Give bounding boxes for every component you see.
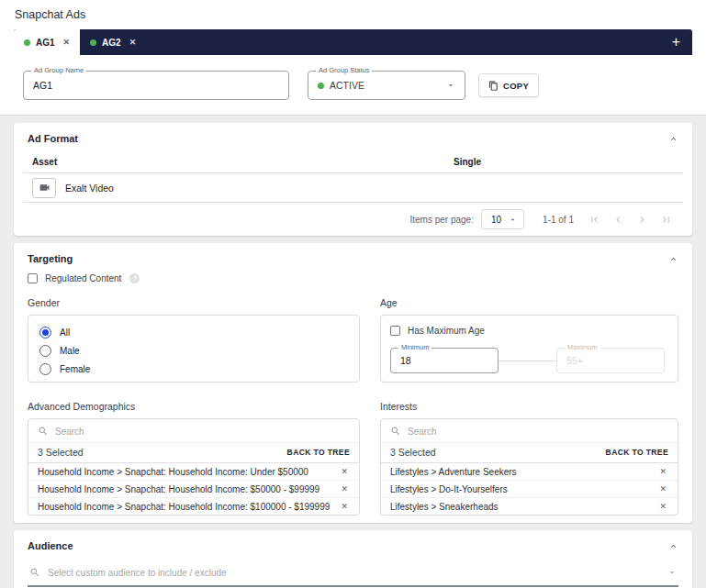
tab-ag2[interactable]: AG2 ✕ <box>80 29 146 55</box>
videocam-icon <box>39 182 50 194</box>
list-item: Lifestyles > Sneakerheads ✕ <box>381 497 678 515</box>
item-label: Household Income > Snapchat: Household I… <box>38 484 319 494</box>
regulated-content-checkbox[interactable]: Regulated Content ? <box>28 268 678 288</box>
status-dot-icon <box>90 39 96 46</box>
audience-card: Audience <box>14 530 692 588</box>
age-section: Age Has Maximum Age Minimum <box>380 297 678 383</box>
gender-option-male[interactable]: Male <box>39 342 348 360</box>
age-range-connector <box>499 361 556 361</box>
last-page-icon[interactable] <box>660 214 672 226</box>
remove-icon[interactable]: ✕ <box>657 483 668 494</box>
has-maximum-age-checkbox[interactable]: Has Maximum Age <box>390 323 665 338</box>
gender-radio-group: All Male Female <box>28 315 360 383</box>
item-label: Lifestyles > Adventure Seekers <box>390 467 517 477</box>
list-item: Lifestyles > Do-It-Yourselfers ✕ <box>381 480 678 497</box>
ad-group-status-label: Ad Group Status <box>316 67 372 74</box>
ad-group-status-select[interactable]: Ad Group Status ACTIVE <box>308 71 465 100</box>
remove-icon[interactable]: ✕ <box>339 501 350 512</box>
gender-label: Gender <box>28 297 360 308</box>
collapse-chevron-up-icon[interactable] <box>668 254 678 264</box>
list-item: Lifestyles > Adventure Seekers ✕ <box>381 463 678 480</box>
tab-label: AG2 <box>102 38 121 48</box>
gender-option-all[interactable]: All <box>39 324 348 341</box>
audience-select[interactable] <box>28 562 678 587</box>
add-ad-group-button[interactable]: + <box>660 29 692 55</box>
ad-group-tabbar: AG1 ✕ AG2 ✕ + <box>14 29 692 55</box>
targeting-title: Targeting <box>28 253 73 264</box>
content-area: Ad Format Asset Single Exalt Video <box>0 116 706 588</box>
maximum-label: Maximum <box>565 344 600 351</box>
interests-picker: 3 Selected BACK TO TREE Lifestyles > Adv… <box>380 418 678 516</box>
items-per-page-value: 10 <box>491 215 501 225</box>
previous-page-icon[interactable] <box>612 214 624 226</box>
close-icon[interactable]: ✕ <box>129 39 137 47</box>
regulated-content-label: Regulated Content <box>45 273 121 283</box>
caret-down-icon <box>446 81 455 90</box>
selected-count: 3 Selected <box>390 447 436 458</box>
back-to-tree-button[interactable]: BACK TO TREE <box>606 448 668 457</box>
maximum-age-field: Maximum <box>556 348 665 373</box>
maximum-age-input <box>557 349 664 372</box>
column-header-single: Single <box>454 157 683 167</box>
help-icon: ? <box>129 273 140 283</box>
remove-icon[interactable]: ✕ <box>657 466 668 477</box>
ad-group-name-input[interactable] <box>24 72 288 99</box>
tab-label: AG1 <box>36 38 55 48</box>
ad-format-card: Ad Format Asset Single Exalt Video <box>14 123 692 236</box>
radio-label: All <box>60 327 70 338</box>
ad-format-table: Asset Single Exalt Video Items per p <box>23 150 683 236</box>
ad-group-name-field: Ad Group Name <box>23 71 289 100</box>
radio-label: Male <box>60 346 80 356</box>
copy-button[interactable]: COPY <box>478 73 539 97</box>
age-label: Age <box>380 297 678 308</box>
age-box: Has Maximum Age Minimum Maximum <box>380 315 678 383</box>
column-header-asset: Asset <box>32 157 454 167</box>
gender-option-female[interactable]: Female <box>39 361 348 378</box>
demographics-search-input[interactable] <box>55 427 350 437</box>
top-section: Snapchat Ads AG1 ✕ AG2 ✕ + Ad Group Name… <box>0 0 706 116</box>
caret-down-icon <box>509 216 517 224</box>
ad-group-name-label: Ad Group Name <box>31 67 86 74</box>
radio-icon <box>39 345 51 357</box>
interests-search-input[interactable] <box>408 427 668 437</box>
radio-checked-icon <box>39 327 51 338</box>
list-item: Household Income > Snapchat: Household I… <box>28 480 359 497</box>
selected-count: 3 Selected <box>38 447 84 458</box>
remove-icon[interactable]: ✕ <box>339 483 350 494</box>
ad-group-form: Ad Group Name Ad Group Status ACTIVE COP… <box>14 55 692 115</box>
radio-icon <box>39 363 51 375</box>
next-page-icon[interactable] <box>636 214 648 226</box>
advanced-demographics-label: Advanced Demographics <box>28 401 360 412</box>
interests-section: Interests 3 Selected BACK TO TREE <box>380 401 678 516</box>
remove-icon[interactable]: ✕ <box>339 466 350 477</box>
page-title: Snapchat Ads <box>14 0 692 29</box>
collapse-chevron-up-icon[interactable] <box>668 541 678 551</box>
back-to-tree-button[interactable]: BACK TO TREE <box>287 448 350 457</box>
table-row: Exalt Video <box>23 173 683 203</box>
minimum-age-input[interactable] <box>391 349 498 372</box>
advanced-demographics-picker: 3 Selected BACK TO TREE Household Income… <box>28 418 360 516</box>
remove-icon[interactable]: ✕ <box>657 501 668 512</box>
audience-select-input[interactable] <box>48 568 660 578</box>
first-page-icon[interactable] <box>588 214 600 226</box>
item-label: Lifestyles > Sneakerheads <box>390 502 499 512</box>
asset-name: Exalt Video <box>65 183 114 194</box>
close-icon[interactable]: ✕ <box>63 39 71 47</box>
items-per-page-select[interactable]: 10 <box>481 209 524 229</box>
checkbox-icon <box>390 326 400 336</box>
radio-label: Female <box>60 364 90 374</box>
list-item: Household Income > Snapchat: Household I… <box>28 497 359 515</box>
has-maximum-age-label: Has Maximum Age <box>408 326 485 336</box>
list-item: Household Income > Snapchat: Household I… <box>28 463 359 480</box>
advanced-demographics-section: Advanced Demographics 3 Selected BACK TO… <box>28 401 360 516</box>
paginator: Items per page: 10 1-1 of 1 <box>23 203 683 236</box>
audience-title: Audience <box>28 540 73 551</box>
minimum-label: Minimum <box>398 344 431 351</box>
collapse-chevron-up-icon[interactable] <box>668 134 678 144</box>
ad-format-title: Ad Format <box>28 133 78 144</box>
copy-icon <box>488 81 499 91</box>
active-status-dot-icon <box>318 83 324 89</box>
paginator-range: 1-1 of 1 <box>543 215 574 225</box>
copy-button-label: COPY <box>503 81 529 91</box>
tab-ag1[interactable]: AG1 ✕ <box>14 29 80 55</box>
